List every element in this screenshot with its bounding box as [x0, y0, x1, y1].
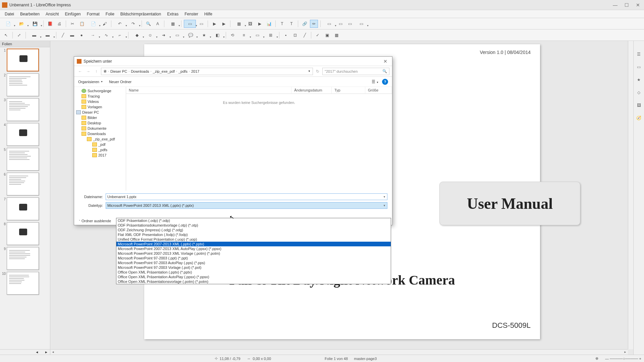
tree-item[interactable]: Suchvorgänge	[74, 88, 126, 94]
master-slide-button[interactable]: ▭	[197, 20, 205, 28]
redo-button[interactable]: ↷▼	[127, 20, 139, 28]
menu-extras[interactable]: Extras	[164, 11, 181, 17]
column-type[interactable]: Typ	[332, 87, 365, 94]
slide-thumb[interactable]: 7	[1, 197, 49, 220]
zoom-tool[interactable]: ⤢	[15, 31, 23, 39]
rotate-tool[interactable]: ⟲	[228, 31, 236, 39]
navigator-tab-icon[interactable]: 🧭	[636, 115, 642, 121]
paste-button[interactable]: 📄▼	[87, 20, 99, 28]
start-current-button[interactable]: ▶	[220, 20, 228, 28]
menu-bildschirmpräsentation[interactable]: Bildschirmpräsentation	[118, 11, 164, 17]
line-color-tool[interactable]: ▬▼	[28, 31, 40, 39]
filetype-option[interactable]: Microsoft PowerPoint 97-2003 Vorlage (.p…	[116, 265, 391, 270]
extrusion-tool[interactable]: ▦	[332, 31, 340, 39]
folder-tree[interactable]: SuchvorgängeTracingVideosVorlagenDieser …	[74, 87, 126, 191]
zoom-slider[interactable]: — ─────○───── +	[605, 357, 641, 361]
canvas-scroll-horizontal[interactable]	[50, 349, 628, 355]
media-button[interactable]: ▶	[256, 20, 264, 28]
filetype-option[interactable]: Microsoft PowerPoint 2007-2013 XML (.ppt…	[116, 242, 391, 246]
menu-folie[interactable]: Folie	[103, 11, 117, 17]
maximize-button[interactable]: ☐	[624, 2, 629, 8]
display-mode-button[interactable]: ▭▼	[184, 20, 196, 28]
slide-thumb[interactable]: 3	[1, 98, 49, 121]
hide-folders-button[interactable]: ˄ Ordner ausblende	[79, 219, 111, 223]
breadcrumb-item[interactable]: Downloads	[131, 69, 149, 73]
shadow-tool[interactable]: ▪	[282, 31, 290, 39]
copy-button[interactable]: 📋	[78, 20, 86, 28]
ellipse-tool[interactable]: ●	[77, 31, 86, 39]
cut-button[interactable]: ✂	[68, 20, 76, 28]
view-mode-button[interactable]: ☰ ▼	[372, 79, 379, 84]
tree-item[interactable]: _zip_exe_pdf	[74, 136, 126, 142]
nav-up-button[interactable]: ↑	[93, 68, 100, 75]
breadcrumb[interactable]: 🖥›Dieser PC›Downloads›_zip_exe_pdf›_pdfs…	[101, 68, 313, 75]
textbox-button[interactable]: T	[278, 20, 286, 28]
properties-tab-icon[interactable]: ☰	[636, 51, 642, 58]
save-button[interactable]: 💾▼	[29, 20, 41, 28]
fill-color-tool[interactable]: ▬▼	[42, 31, 54, 39]
open-button[interactable]: 📂▼	[15, 20, 28, 28]
export-pdf-button[interactable]: 📕	[46, 20, 54, 28]
gallery-tab-icon[interactable]: 🖼	[636, 102, 642, 109]
vertical-text-button[interactable]: T	[287, 20, 296, 28]
slide-thumbnails[interactable]: 12345678910	[0, 47, 50, 349]
menu-hilfe[interactable]: Hilfe	[202, 11, 215, 17]
slide-transition-tab-icon[interactable]: ▭	[636, 64, 642, 70]
slide-thumb[interactable]: 9	[1, 247, 49, 270]
column-name[interactable]: Name	[126, 87, 291, 94]
close-button[interactable]: ✕	[635, 2, 641, 8]
find-button[interactable]: 🔍	[144, 20, 152, 28]
tree-item[interactable]: _pdf	[74, 142, 126, 147]
chart-button[interactable]: 📊	[265, 20, 273, 28]
block-arrows-tool[interactable]: ➜▼	[158, 31, 170, 39]
slide-thumb[interactable]: 4	[1, 123, 49, 146]
filename-input[interactable]: Unbenannt 1.pptx▼	[106, 193, 387, 200]
help-button[interactable]: ?	[382, 79, 388, 85]
duplicate-slide-button[interactable]: ▭	[336, 20, 344, 28]
filetype-option[interactable]: Office Open XML Präsentation AutoPlay (.…	[116, 275, 391, 279]
organize-button[interactable]: Organisieren ▼	[78, 80, 103, 84]
nav-refresh-button[interactable]: ↻	[314, 68, 321, 75]
new-button[interactable]: 📄▼	[2, 20, 14, 28]
slide-thumb[interactable]: 2	[1, 73, 49, 96]
callout-tool[interactable]: 💬▼	[184, 31, 197, 39]
thumb-scroll[interactable]: ◄►	[0, 349, 50, 355]
slide-thumb[interactable]: 1	[1, 49, 49, 71]
nav-forward-button[interactable]: →	[85, 68, 92, 75]
menu-einfügen[interactable]: Einfügen	[62, 11, 83, 17]
filetype-option[interactable]: Office Open XML Präsentation (.pptx) (*.…	[116, 270, 391, 275]
flowchart-tool[interactable]: ▭▼	[171, 31, 183, 39]
points-tool[interactable]: ✓	[314, 31, 322, 39]
slide-layout-button[interactable]: ▭▼	[355, 20, 367, 28]
filetype-option[interactable]: Microsoft PowerPoint 97-2003 AutoPlay (.…	[116, 260, 391, 265]
filter-tool[interactable]: ╱	[301, 31, 309, 39]
filetype-option[interactable]: Microsoft PowerPoint 97-2003 (.ppt) (*.p…	[116, 256, 391, 260]
table-button[interactable]: ▦▼	[233, 20, 245, 28]
tree-item[interactable]: Tracing	[74, 94, 126, 99]
new-slide-button[interactable]: ▭▼	[323, 20, 335, 28]
tree-item[interactable]: Bilder	[74, 115, 126, 120]
breadcrumb-item[interactable]: Dieser PC	[110, 69, 127, 73]
tree-item[interactable]: Desktop	[74, 120, 126, 126]
align-tool[interactable]: ≡▼	[238, 31, 250, 39]
nav-back-button[interactable]: ←	[77, 68, 84, 75]
menu-bearbeiten[interactable]: Bearbeiten	[17, 11, 42, 17]
slide-thumb[interactable]: 5	[1, 148, 49, 171]
spellcheck-button[interactable]: A	[154, 20, 162, 28]
animation-tab-icon[interactable]: ★	[636, 76, 642, 83]
column-date[interactable]: Änderungsdatum	[291, 87, 332, 94]
master-tab-icon[interactable]: ◇	[636, 89, 642, 96]
print-button[interactable]: 🖨	[55, 20, 63, 28]
new-folder-button[interactable]: Neuer Ordner	[109, 80, 131, 84]
select-tool[interactable]: ↖	[2, 31, 10, 39]
menu-datei[interactable]: Datei	[2, 11, 17, 17]
crop-tool[interactable]: ⊡	[291, 31, 299, 39]
filetype-option[interactable]: Unified Office Format Präsentation (.uop…	[116, 237, 391, 242]
arrange-tool[interactable]: ▭▼	[251, 31, 263, 39]
connector-tool[interactable]: ⌐▼	[114, 31, 126, 39]
breadcrumb-item[interactable]: 2017	[191, 69, 199, 73]
grid-button[interactable]: ▦▼	[167, 20, 179, 28]
basic-shapes-tool[interactable]: ◆▼	[131, 31, 143, 39]
column-size[interactable]: Größe	[365, 87, 392, 94]
undo-button[interactable]: ↶▼	[114, 20, 126, 28]
